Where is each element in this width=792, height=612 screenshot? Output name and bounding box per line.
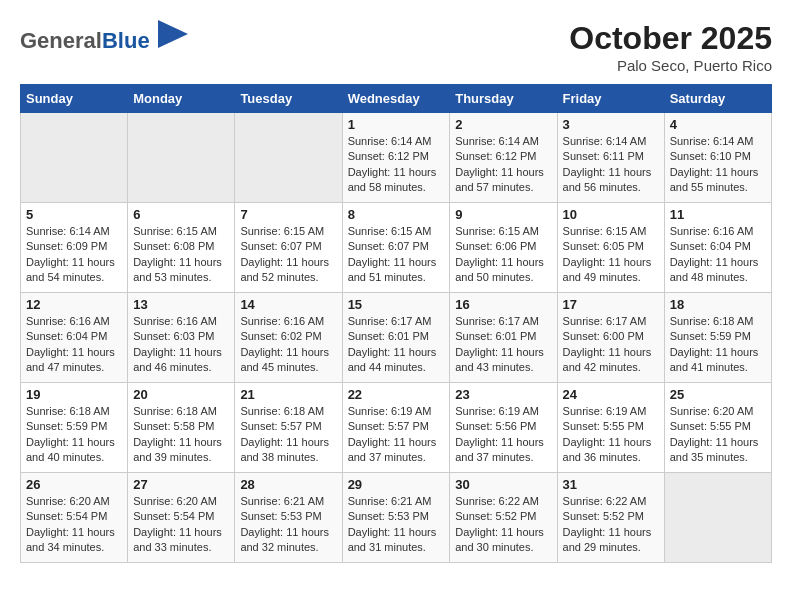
day-info: Sunrise: 6:17 AM Sunset: 6:00 PM Dayligh…: [563, 314, 659, 376]
day-number: 10: [563, 207, 659, 222]
day-number: 16: [455, 297, 551, 312]
calendar-table: SundayMondayTuesdayWednesdayThursdayFrid…: [20, 84, 772, 563]
calendar-cell: 30Sunrise: 6:22 AM Sunset: 5:52 PM Dayli…: [450, 473, 557, 563]
day-info: Sunrise: 6:20 AM Sunset: 5:54 PM Dayligh…: [133, 494, 229, 556]
logo-general-text: General: [20, 28, 102, 53]
calendar-cell: [235, 113, 342, 203]
day-number: 12: [26, 297, 122, 312]
day-info: Sunrise: 6:22 AM Sunset: 5:52 PM Dayligh…: [563, 494, 659, 556]
calendar-cell: 10Sunrise: 6:15 AM Sunset: 6:05 PM Dayli…: [557, 203, 664, 293]
calendar-cell: 15Sunrise: 6:17 AM Sunset: 6:01 PM Dayli…: [342, 293, 450, 383]
day-info: Sunrise: 6:17 AM Sunset: 6:01 PM Dayligh…: [455, 314, 551, 376]
day-info: Sunrise: 6:21 AM Sunset: 5:53 PM Dayligh…: [348, 494, 445, 556]
day-info: Sunrise: 6:18 AM Sunset: 5:58 PM Dayligh…: [133, 404, 229, 466]
day-number: 25: [670, 387, 766, 402]
calendar-cell: 11Sunrise: 6:16 AM Sunset: 6:04 PM Dayli…: [664, 203, 771, 293]
page-header: GeneralBlue October 2025 Palo Seco, Puer…: [20, 20, 772, 74]
weekday-header-sunday: Sunday: [21, 85, 128, 113]
day-number: 11: [670, 207, 766, 222]
day-info: Sunrise: 6:16 AM Sunset: 6:04 PM Dayligh…: [26, 314, 122, 376]
calendar-cell: 9Sunrise: 6:15 AM Sunset: 6:06 PM Daylig…: [450, 203, 557, 293]
day-number: 3: [563, 117, 659, 132]
day-number: 9: [455, 207, 551, 222]
calendar-cell: 12Sunrise: 6:16 AM Sunset: 6:04 PM Dayli…: [21, 293, 128, 383]
day-number: 15: [348, 297, 445, 312]
calendar-cell: 20Sunrise: 6:18 AM Sunset: 5:58 PM Dayli…: [128, 383, 235, 473]
day-number: 2: [455, 117, 551, 132]
day-number: 23: [455, 387, 551, 402]
weekday-header-tuesday: Tuesday: [235, 85, 342, 113]
calendar-week-row: 5Sunrise: 6:14 AM Sunset: 6:09 PM Daylig…: [21, 203, 772, 293]
day-info: Sunrise: 6:15 AM Sunset: 6:06 PM Dayligh…: [455, 224, 551, 286]
calendar-cell: 8Sunrise: 6:15 AM Sunset: 6:07 PM Daylig…: [342, 203, 450, 293]
calendar-header: SundayMondayTuesdayWednesdayThursdayFrid…: [21, 85, 772, 113]
day-info: Sunrise: 6:19 AM Sunset: 5:57 PM Dayligh…: [348, 404, 445, 466]
calendar-week-row: 26Sunrise: 6:20 AM Sunset: 5:54 PM Dayli…: [21, 473, 772, 563]
calendar-week-row: 1Sunrise: 6:14 AM Sunset: 6:12 PM Daylig…: [21, 113, 772, 203]
day-number: 20: [133, 387, 229, 402]
day-number: 26: [26, 477, 122, 492]
calendar-cell: 7Sunrise: 6:15 AM Sunset: 6:07 PM Daylig…: [235, 203, 342, 293]
calendar-week-row: 12Sunrise: 6:16 AM Sunset: 6:04 PM Dayli…: [21, 293, 772, 383]
calendar-cell: 16Sunrise: 6:17 AM Sunset: 6:01 PM Dayli…: [450, 293, 557, 383]
day-info: Sunrise: 6:14 AM Sunset: 6:12 PM Dayligh…: [455, 134, 551, 196]
day-info: Sunrise: 6:22 AM Sunset: 5:52 PM Dayligh…: [455, 494, 551, 556]
calendar-cell: 3Sunrise: 6:14 AM Sunset: 6:11 PM Daylig…: [557, 113, 664, 203]
calendar-cell: 25Sunrise: 6:20 AM Sunset: 5:55 PM Dayli…: [664, 383, 771, 473]
calendar-cell: 1Sunrise: 6:14 AM Sunset: 6:12 PM Daylig…: [342, 113, 450, 203]
calendar-week-row: 19Sunrise: 6:18 AM Sunset: 5:59 PM Dayli…: [21, 383, 772, 473]
day-info: Sunrise: 6:15 AM Sunset: 6:08 PM Dayligh…: [133, 224, 229, 286]
day-info: Sunrise: 6:14 AM Sunset: 6:12 PM Dayligh…: [348, 134, 445, 196]
day-number: 6: [133, 207, 229, 222]
day-info: Sunrise: 6:15 AM Sunset: 6:07 PM Dayligh…: [240, 224, 336, 286]
calendar-cell: 18Sunrise: 6:18 AM Sunset: 5:59 PM Dayli…: [664, 293, 771, 383]
calendar-cell: 24Sunrise: 6:19 AM Sunset: 5:55 PM Dayli…: [557, 383, 664, 473]
day-number: 4: [670, 117, 766, 132]
day-info: Sunrise: 6:18 AM Sunset: 5:57 PM Dayligh…: [240, 404, 336, 466]
day-number: 30: [455, 477, 551, 492]
calendar-cell: [128, 113, 235, 203]
day-info: Sunrise: 6:18 AM Sunset: 5:59 PM Dayligh…: [670, 314, 766, 376]
logo-blue-text: Blue: [102, 28, 150, 53]
day-number: 27: [133, 477, 229, 492]
day-number: 24: [563, 387, 659, 402]
day-info: Sunrise: 6:19 AM Sunset: 5:55 PM Dayligh…: [563, 404, 659, 466]
day-info: Sunrise: 6:16 AM Sunset: 6:04 PM Dayligh…: [670, 224, 766, 286]
svg-marker-0: [158, 20, 188, 48]
day-number: 18: [670, 297, 766, 312]
calendar-cell: 2Sunrise: 6:14 AM Sunset: 6:12 PM Daylig…: [450, 113, 557, 203]
calendar-cell: 13Sunrise: 6:16 AM Sunset: 6:03 PM Dayli…: [128, 293, 235, 383]
calendar-cell: 23Sunrise: 6:19 AM Sunset: 5:56 PM Dayli…: [450, 383, 557, 473]
calendar-cell: 4Sunrise: 6:14 AM Sunset: 6:10 PM Daylig…: [664, 113, 771, 203]
day-info: Sunrise: 6:15 AM Sunset: 6:05 PM Dayligh…: [563, 224, 659, 286]
day-number: 29: [348, 477, 445, 492]
weekday-header-monday: Monday: [128, 85, 235, 113]
day-info: Sunrise: 6:17 AM Sunset: 6:01 PM Dayligh…: [348, 314, 445, 376]
day-info: Sunrise: 6:20 AM Sunset: 5:55 PM Dayligh…: [670, 404, 766, 466]
location-subtitle: Palo Seco, Puerto Rico: [569, 57, 772, 74]
calendar-cell: 21Sunrise: 6:18 AM Sunset: 5:57 PM Dayli…: [235, 383, 342, 473]
logo: GeneralBlue: [20, 20, 188, 53]
day-info: Sunrise: 6:14 AM Sunset: 6:11 PM Dayligh…: [563, 134, 659, 196]
day-info: Sunrise: 6:16 AM Sunset: 6:03 PM Dayligh…: [133, 314, 229, 376]
day-number: 28: [240, 477, 336, 492]
day-number: 13: [133, 297, 229, 312]
weekday-header-saturday: Saturday: [664, 85, 771, 113]
calendar-cell: 19Sunrise: 6:18 AM Sunset: 5:59 PM Dayli…: [21, 383, 128, 473]
day-number: 22: [348, 387, 445, 402]
day-info: Sunrise: 6:16 AM Sunset: 6:02 PM Dayligh…: [240, 314, 336, 376]
calendar-cell: [664, 473, 771, 563]
calendar-cell: 27Sunrise: 6:20 AM Sunset: 5:54 PM Dayli…: [128, 473, 235, 563]
calendar-cell: 14Sunrise: 6:16 AM Sunset: 6:02 PM Dayli…: [235, 293, 342, 383]
calendar-cell: 29Sunrise: 6:21 AM Sunset: 5:53 PM Dayli…: [342, 473, 450, 563]
weekday-header-row: SundayMondayTuesdayWednesdayThursdayFrid…: [21, 85, 772, 113]
day-number: 17: [563, 297, 659, 312]
calendar-cell: 17Sunrise: 6:17 AM Sunset: 6:00 PM Dayli…: [557, 293, 664, 383]
day-number: 19: [26, 387, 122, 402]
day-number: 31: [563, 477, 659, 492]
weekday-header-thursday: Thursday: [450, 85, 557, 113]
calendar-cell: [21, 113, 128, 203]
title-block: October 2025 Palo Seco, Puerto Rico: [569, 20, 772, 74]
day-info: Sunrise: 6:20 AM Sunset: 5:54 PM Dayligh…: [26, 494, 122, 556]
calendar-cell: 31Sunrise: 6:22 AM Sunset: 5:52 PM Dayli…: [557, 473, 664, 563]
